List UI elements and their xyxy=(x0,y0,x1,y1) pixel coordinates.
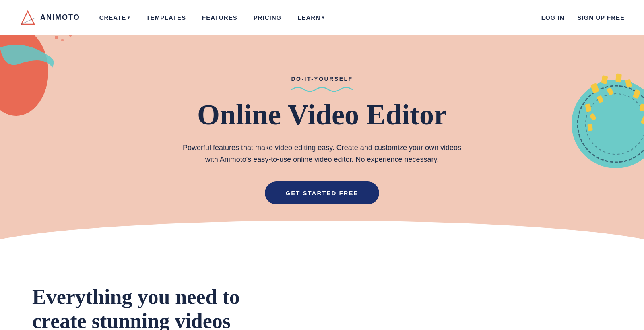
deco-top-right xyxy=(539,52,644,188)
svg-rect-24 xyxy=(640,115,644,125)
nav-create[interactable]: CREATE ▾ xyxy=(99,14,130,21)
hero-title: Online Video Editor xyxy=(181,99,463,131)
svg-rect-22 xyxy=(639,103,644,111)
logo[interactable]: ANIMOTO xyxy=(19,9,80,26)
svg-rect-18 xyxy=(625,79,632,88)
svg-rect-14 xyxy=(590,83,600,93)
svg-point-12 xyxy=(578,86,644,162)
learn-chevron-icon: ▾ xyxy=(322,15,324,20)
svg-point-11 xyxy=(572,80,644,168)
nav-pricing[interactable]: PRICING xyxy=(254,14,282,21)
nav-links: CREATE ▾ TEMPLATES FEATURES PRICING LEAR… xyxy=(99,14,541,21)
svg-marker-0 xyxy=(21,11,34,24)
svg-rect-25 xyxy=(587,124,592,131)
hero-squiggle xyxy=(290,85,354,92)
hero-section: DO-IT-YOURSELF Online Video Editor Power… xyxy=(0,35,644,253)
svg-point-13 xyxy=(586,94,644,154)
svg-rect-17 xyxy=(615,73,622,82)
create-chevron-icon: ▾ xyxy=(128,15,130,20)
svg-rect-16 xyxy=(606,87,614,96)
svg-point-3 xyxy=(0,35,48,116)
svg-point-8 xyxy=(55,36,58,39)
nav-learn[interactable]: LEARN ▾ xyxy=(297,14,324,21)
hero-content: DO-IT-YOURSELF Online Video Editor Power… xyxy=(181,76,463,204)
logo-text: ANIMOTO xyxy=(40,13,80,22)
signup-button[interactable]: SIGN UP FREE xyxy=(577,14,625,21)
hero-wave xyxy=(0,221,644,253)
svg-rect-19 xyxy=(597,95,604,103)
below-hero-title: Everything you need to create stunning v… xyxy=(32,285,274,330)
below-hero-section: Everything you need to create stunning v… xyxy=(0,253,644,330)
svg-point-9 xyxy=(61,39,64,41)
get-started-button[interactable]: GET STARTED FREE xyxy=(265,182,380,204)
login-button[interactable]: LOG IN xyxy=(541,14,565,21)
svg-rect-20 xyxy=(633,89,641,99)
svg-rect-15 xyxy=(601,75,608,84)
navbar: ANIMOTO CREATE ▾ TEMPLATES FEATURES PRIC… xyxy=(0,0,644,35)
nav-templates[interactable]: TEMPLATES xyxy=(146,14,186,21)
deco-top-left xyxy=(0,35,80,128)
hero-eyebrow: DO-IT-YOURSELF xyxy=(181,76,463,82)
svg-point-10 xyxy=(69,35,72,37)
nav-features[interactable]: FEATURES xyxy=(202,14,237,21)
nav-right: LOG IN SIGN UP FREE xyxy=(541,14,625,21)
svg-rect-23 xyxy=(589,113,597,121)
hero-subtitle: Powerful features that make video editin… xyxy=(181,142,463,165)
svg-rect-21 xyxy=(585,103,591,112)
